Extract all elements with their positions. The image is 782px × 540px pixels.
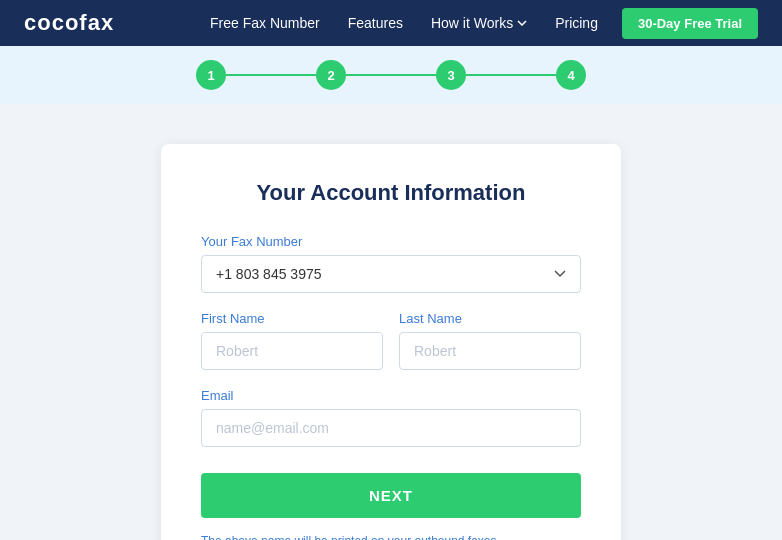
nav-features[interactable]: Features bbox=[348, 15, 403, 31]
last-name-group: Last Name bbox=[399, 311, 581, 370]
step-bar: 1 2 3 4 bbox=[0, 46, 782, 104]
last-name-label: Last Name bbox=[399, 311, 581, 326]
main-content: Your Account Information Your Fax Number… bbox=[0, 104, 782, 540]
next-button[interactable]: NEXT bbox=[201, 473, 581, 518]
email-group: Email bbox=[201, 388, 581, 447]
trial-button[interactable]: 30-Day Free Trial bbox=[622, 8, 758, 39]
step-1: 1 bbox=[196, 60, 226, 90]
step-line-3-4 bbox=[466, 74, 556, 76]
email-label: Email bbox=[201, 388, 581, 403]
nav-free-fax-number[interactable]: Free Fax Number bbox=[210, 15, 320, 31]
step-container: 1 2 3 4 bbox=[196, 60, 586, 90]
step-3: 3 bbox=[436, 60, 466, 90]
step-line-2-3 bbox=[346, 74, 436, 76]
name-row: First Name Last Name bbox=[201, 311, 581, 388]
step-line-1-2 bbox=[226, 74, 316, 76]
nav-pricing[interactable]: Pricing bbox=[555, 15, 598, 31]
form-note-line1: The above name will be printed on your o… bbox=[201, 532, 581, 540]
fax-number-group: Your Fax Number +1 803 845 3975 bbox=[201, 234, 581, 293]
first-name-input[interactable] bbox=[201, 332, 383, 370]
form-title: Your Account Information bbox=[201, 180, 581, 206]
step-2: 2 bbox=[316, 60, 346, 90]
first-name-group: First Name bbox=[201, 311, 383, 370]
form-note: The above name will be printed on your o… bbox=[201, 532, 581, 540]
step-4: 4 bbox=[556, 60, 586, 90]
fax-number-label: Your Fax Number bbox=[201, 234, 581, 249]
logo[interactable]: cocofax bbox=[24, 10, 114, 36]
first-name-label: First Name bbox=[201, 311, 383, 326]
fax-number-select[interactable]: +1 803 845 3975 bbox=[201, 255, 581, 293]
navbar: cocofax Free Fax Number Features How it … bbox=[0, 0, 782, 46]
nav-how-it-works[interactable]: How it Works bbox=[431, 15, 527, 31]
last-name-input[interactable] bbox=[399, 332, 581, 370]
email-input[interactable] bbox=[201, 409, 581, 447]
form-card: Your Account Information Your Fax Number… bbox=[161, 144, 621, 540]
nav-links: Free Fax Number Features How it Works Pr… bbox=[210, 14, 598, 32]
chevron-down-icon bbox=[517, 20, 527, 26]
